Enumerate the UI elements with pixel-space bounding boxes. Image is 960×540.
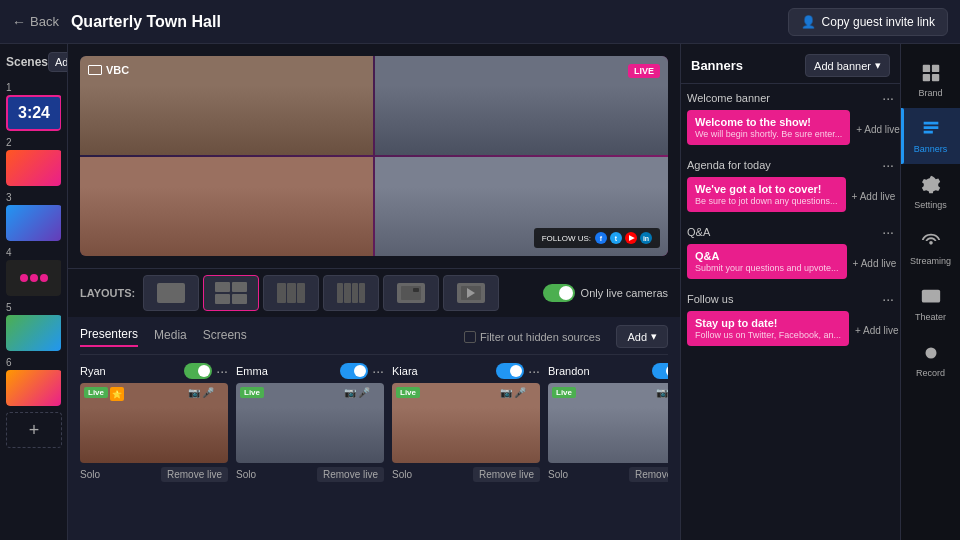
settings-icon: [920, 174, 942, 196]
presenter-name-brandon: Brandon: [548, 365, 648, 377]
live-tag-kiara: Live: [396, 387, 420, 398]
filter-checkbox-box[interactable]: [464, 331, 476, 343]
solo-button-emma[interactable]: Solo: [236, 469, 256, 480]
solo-button-ryan[interactable]: Solo: [80, 469, 100, 480]
toggle-switch[interactable]: [543, 284, 575, 302]
presenter-toggle-ryan[interactable]: [184, 363, 212, 379]
cam-icon-emma: 📷: [344, 387, 356, 398]
add-scene-plus[interactable]: +: [6, 412, 62, 448]
tab-presenters[interactable]: Presenters: [80, 327, 138, 347]
banner-section-title-welcome: Welcome banner: [687, 92, 770, 104]
add-live-button-welcome[interactable]: + Add live: [856, 124, 900, 135]
active-indicator: [901, 108, 904, 164]
presenter-name-kiara: Kiara: [392, 365, 492, 377]
live-cameras-toggle[interactable]: Only live cameras: [543, 284, 668, 302]
remove-live-button-kiara[interactable]: Remove live: [473, 467, 540, 482]
add-live-button-agenda[interactable]: + Add live: [852, 191, 896, 202]
layout-single-icon: [157, 283, 185, 303]
back-button[interactable]: ← Back: [12, 14, 59, 30]
layout-row3-button[interactable]: [263, 275, 319, 311]
layouts-label: LAYOUTS:: [80, 287, 135, 299]
scene-item-4[interactable]: 4: [6, 247, 61, 296]
mic-icon-kiara: 🎤: [514, 387, 526, 398]
banner-section-title-followus: Follow us: [687, 293, 733, 305]
banner-more-agenda[interactable]: ···: [882, 157, 894, 173]
banner-item-title-followus: Stay up to date!: [695, 317, 841, 329]
banner-row-followus: Stay up to date! Follow us on Twitter, F…: [687, 311, 894, 350]
presenter-menu-kiara[interactable]: ···: [528, 363, 540, 379]
twitter-icon: t: [610, 232, 622, 244]
scene-item-6[interactable]: 6: [6, 357, 61, 406]
presenter-toggle-brandon[interactable]: [652, 363, 668, 379]
add-banner-button[interactable]: Add banner ▾: [805, 54, 890, 77]
layout-play-icon: [457, 283, 485, 303]
scene-item-1[interactable]: 1 3:24: [6, 82, 61, 131]
presenter-card-kiara: Kiara ··· Live 📷 🎤 Solo Remove live: [392, 363, 540, 482]
back-label: Back: [30, 14, 59, 29]
banner-more-qa[interactable]: ···: [882, 224, 894, 240]
brand-icon: [920, 62, 942, 84]
add-live-button-followus[interactable]: + Add live: [855, 325, 899, 336]
presenter-name-ryan: Ryan: [80, 365, 180, 377]
cam-icon-kiara: 📷: [500, 387, 512, 398]
banner-item-followus: Stay up to date! Follow us on Twitter, F…: [687, 311, 849, 346]
banners-panel: Banners Add banner ▾ Welcome banner ··· …: [680, 44, 900, 540]
layout-play-button[interactable]: [443, 275, 499, 311]
scene-thumb-6: [6, 370, 61, 406]
chevron-down-icon: ▾: [875, 59, 881, 72]
toolbar-item-banners[interactable]: Banners: [901, 108, 960, 164]
layout-row4-icon: [337, 283, 365, 303]
live-tag-brandon: Live: [552, 387, 576, 398]
banner-more-followus[interactable]: ···: [882, 291, 894, 307]
page-title: Quarterly Town Hall: [71, 13, 776, 31]
filter-checkbox[interactable]: Filter out hidden sources: [464, 331, 600, 343]
banner-item-title-qa: Q&A: [695, 250, 839, 262]
scene-item-5[interactable]: 5: [6, 302, 61, 351]
banner-row-agenda: We've got a lot to cover! Be sure to jot…: [687, 177, 894, 216]
layout-row3-icon: [277, 283, 305, 303]
copy-invite-button[interactable]: 👤 Copy guest invite link: [788, 8, 948, 36]
toggle-knob: [559, 286, 573, 300]
add-presenter-button[interactable]: Add ▾: [616, 325, 668, 348]
presenter-header-brandon: Brandon ···: [548, 363, 668, 379]
banner-item-qa: Q&A Submit your questions and upvote...: [687, 244, 847, 279]
toolbar-item-record[interactable]: Record: [901, 332, 960, 388]
toolbar-item-theater[interactable]: Theater: [901, 276, 960, 332]
add-live-button-qa[interactable]: + Add live: [853, 258, 897, 269]
solo-button-kiara[interactable]: Solo: [392, 469, 412, 480]
tab-media[interactable]: Media: [154, 328, 187, 346]
mic-icon-emma: 🎤: [358, 387, 370, 398]
toolbar-item-streaming[interactable]: Streaming: [901, 220, 960, 276]
presenter-header-kiara: Kiara ···: [392, 363, 540, 379]
layout-single-button[interactable]: [143, 275, 199, 311]
banner-more-welcome[interactable]: ···: [882, 90, 894, 106]
facebook-icon: f: [595, 232, 607, 244]
presenter-menu-emma[interactable]: ···: [372, 363, 384, 379]
banner-section-header-agenda: Agenda for today ···: [687, 157, 894, 173]
banner-section-welcome: Welcome banner ··· Welcome to the show! …: [687, 90, 894, 149]
tab-screens[interactable]: Screens: [203, 328, 247, 346]
banner-item-title-welcome: Welcome to the show!: [695, 116, 842, 128]
social-icons: f t ▶ in: [595, 232, 652, 244]
presenter-menu-ryan[interactable]: ···: [216, 363, 228, 379]
layout-grid-button[interactable]: [203, 275, 259, 311]
remove-live-button-brandon[interactable]: Remove live: [629, 467, 668, 482]
presenters-section: Presenters Media Screens Filter out hidd…: [68, 317, 680, 540]
layout-screen-button[interactable]: [383, 275, 439, 311]
remove-live-button-ryan[interactable]: Remove live: [161, 467, 228, 482]
solo-button-brandon[interactable]: Solo: [548, 469, 568, 480]
scene-item-3[interactable]: 3: [6, 192, 61, 241]
toolbar-item-brand[interactable]: Brand: [901, 52, 960, 108]
presenter-toggle-emma[interactable]: [340, 363, 368, 379]
preview-container: VBC LIVE FOLLOW US: f t ▶ in: [80, 56, 668, 256]
layout-row4-button[interactable]: [323, 275, 379, 311]
presenter-thumb-brandon: Live 📷 🎤: [548, 383, 668, 463]
presenter-card-brandon: Brandon ··· Live 📷 🎤 Solo Remove live: [548, 363, 668, 482]
add-scene-button[interactable]: Add: [48, 52, 68, 72]
banner-section-header-qa: Q&A ···: [687, 224, 894, 240]
remove-live-button-emma[interactable]: Remove live: [317, 467, 384, 482]
banners-list: Welcome banner ··· Welcome to the show! …: [681, 84, 900, 540]
scene-item-2[interactable]: 2: [6, 137, 61, 186]
toolbar-item-settings[interactable]: Settings: [901, 164, 960, 220]
presenter-toggle-kiara[interactable]: [496, 363, 524, 379]
